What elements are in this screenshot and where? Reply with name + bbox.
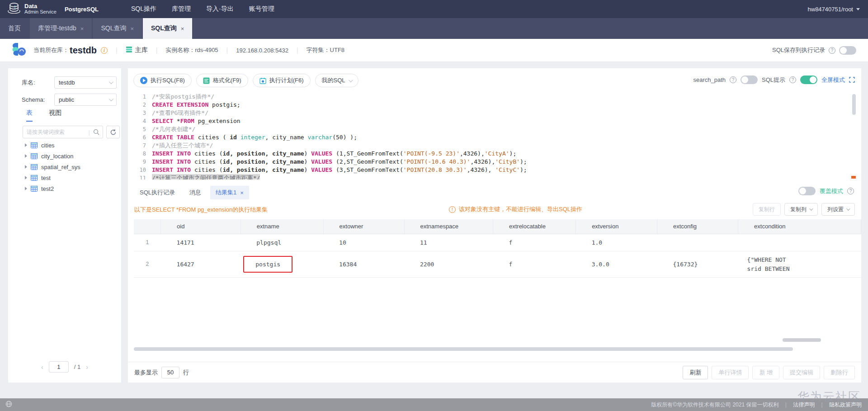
- tab-messages[interactable]: 消息: [184, 186, 207, 199]
- page-input[interactable]: [49, 361, 69, 373]
- instance-address: 192.168.0.208:5432: [236, 47, 288, 54]
- search-icon[interactable]: [93, 129, 99, 135]
- tab-sql-history[interactable]: SQL执行记录: [134, 186, 180, 199]
- overwrite-mode-toggle[interactable]: [798, 187, 816, 195]
- run-sql-button[interactable]: 执行SQL(F8): [133, 74, 192, 87]
- col-header-extowner[interactable]: extowner: [323, 219, 404, 234]
- col-header-extrelocatable[interactable]: extrelocatable: [493, 219, 576, 234]
- code-line-2: 2CREATE EXTENSION postgis;: [133, 101, 856, 109]
- tab-views[interactable]: 视图: [49, 109, 61, 122]
- table-row[interactable]: 114171plpgsql1011f1.0: [134, 234, 861, 251]
- db-info-icon[interactable]: i: [101, 47, 108, 54]
- row-action-2: 新 增: [752, 366, 779, 379]
- tree-item-test2[interactable]: test2: [8, 183, 121, 194]
- tree-item-test[interactable]: test: [8, 172, 121, 183]
- explain-plan-button[interactable]: 执行计划(F6): [253, 74, 311, 87]
- close-icon[interactable]: ×: [80, 25, 84, 32]
- table-row[interactable]: 216427postgis163842200f3.0.0{16732}{"WHE…: [134, 251, 861, 277]
- chevron-down-icon: [846, 207, 850, 210]
- tab-tables[interactable]: 表: [26, 109, 33, 122]
- search-path-toggle[interactable]: [741, 76, 758, 84]
- my-sql-dropdown[interactable]: 我的SQL: [315, 74, 359, 87]
- fullscreen-button[interactable]: 全屏模式: [821, 76, 845, 84]
- cell-scrollbar[interactable]: [783, 338, 821, 342]
- charset: 字符集：UTF8: [307, 46, 345, 54]
- sql-hint-toggle[interactable]: [800, 76, 817, 84]
- table-icon: [31, 142, 38, 148]
- schema-select[interactable]: public: [54, 94, 117, 106]
- overwrite-mode-help-icon[interactable]: ?: [847, 188, 854, 194]
- save-exec-toggle[interactable]: [839, 46, 856, 55]
- sql-hint-help-icon[interactable]: ?: [789, 76, 796, 83]
- col-header-extconfig[interactable]: extconfig: [657, 219, 738, 234]
- close-icon[interactable]: ×: [240, 189, 244, 196]
- object-browser-panel: 库名: testdb Schema: public 表 视图 |: [8, 68, 121, 383]
- account-menu[interactable]: hw84740751/root: [808, 6, 860, 13]
- nav-item-1[interactable]: 库管理: [172, 5, 191, 13]
- result-action-1[interactable]: 复制列: [784, 203, 818, 216]
- close-icon[interactable]: ×: [181, 25, 184, 32]
- workspace-tab-2[interactable]: SQL查询×: [93, 18, 142, 39]
- col-header-extnamespace[interactable]: extnamespace: [404, 219, 493, 234]
- table-search-input[interactable]: [23, 129, 89, 135]
- max-rows-input[interactable]: [161, 367, 179, 378]
- workspace-tab-3[interactable]: SQL查询×: [143, 18, 192, 39]
- watermark: 华为云社区: [797, 389, 861, 405]
- account-name: hw84740751/root: [808, 6, 853, 13]
- table-tree: citiescity_locationspatial_ref_systestte…: [8, 140, 121, 194]
- current-db-label: 当前所在库：: [33, 46, 69, 54]
- result-action-2[interactable]: 列设置: [821, 203, 855, 216]
- caret-right-icon[interactable]: [25, 165, 27, 169]
- tab-result-set[interactable]: 结果集1 ×: [210, 186, 249, 199]
- nav-item-2[interactable]: 导入·导出: [206, 5, 234, 13]
- workspace-tab-0[interactable]: 首页: [0, 18, 29, 39]
- col-header-extversion[interactable]: extversion: [576, 219, 657, 234]
- nav-item-0[interactable]: SQL操作: [131, 5, 156, 13]
- plan-icon: [259, 77, 266, 84]
- caret-right-icon[interactable]: [25, 176, 27, 180]
- rows-unit-label: 行: [183, 368, 189, 377]
- grid-horizontal-scrollbar[interactable]: [134, 347, 793, 351]
- format-icon: [203, 77, 210, 84]
- instance-name: 实例名称：rds-4905: [165, 46, 218, 54]
- search-path-help-icon[interactable]: ?: [730, 76, 736, 83]
- col-header-extcondition[interactable]: extcondition: [738, 219, 861, 234]
- search-path-label: search_path: [693, 76, 726, 83]
- page-footer: 版权所有©华为软件技术有限公司 2021 保留一切权利 ｜ 法律声明 ｜ 隐私政…: [0, 398, 868, 411]
- workspace-tab-1[interactable]: 库管理-testdb×: [30, 18, 92, 39]
- nav-item-3[interactable]: 账号管理: [249, 5, 274, 13]
- warning-icon: !: [449, 206, 456, 213]
- save-exec-help-icon[interactable]: ?: [829, 47, 835, 54]
- sql-editor[interactable]: 1/*安装postgis插件*/2CREATE EXTENSION postgi…: [133, 93, 856, 180]
- next-page-button[interactable]: ›: [86, 364, 88, 371]
- row-action-0[interactable]: 刷新: [683, 366, 708, 379]
- fullscreen-icon[interactable]: [849, 77, 855, 83]
- tree-item-spatial_ref_sys[interactable]: spatial_ref_sys: [8, 161, 121, 172]
- row-action-1: 单行详情: [712, 366, 749, 379]
- caret-right-icon[interactable]: [25, 187, 27, 190]
- globe-icon[interactable]: [5, 401, 12, 409]
- tree-item-city_location[interactable]: city_location: [8, 151, 121, 161]
- chevron-down-icon: [349, 78, 353, 82]
- tree-item-cities[interactable]: cities: [8, 140, 121, 151]
- schema-select-label: Schema:: [22, 96, 54, 103]
- caret-right-icon[interactable]: [25, 154, 27, 158]
- col-header-extname[interactable]: extname: [241, 219, 323, 234]
- result-action-0: 复制行: [753, 203, 781, 216]
- editor-vertical-scrollbar[interactable]: [852, 94, 856, 115]
- refresh-tables-button[interactable]: [106, 126, 120, 138]
- code-line-8: 8INSERT INTO cities (id, position, city_…: [133, 150, 856, 158]
- row-action-4: 删除行: [824, 366, 855, 379]
- table-icon: [31, 186, 38, 192]
- brand-subtitle: Admin Service: [24, 9, 57, 15]
- page-total: / 1: [74, 364, 80, 370]
- current-db-name: testdb: [70, 45, 97, 56]
- highlighted-cell-value: postgis: [243, 256, 292, 273]
- caret-right-icon[interactable]: [25, 143, 27, 147]
- db-select-label: 库名:: [22, 79, 54, 87]
- prev-page-button[interactable]: ‹: [41, 364, 43, 371]
- db-select[interactable]: testdb: [54, 76, 117, 89]
- format-sql-button[interactable]: 格式化(F9): [196, 74, 248, 87]
- close-icon[interactable]: ×: [130, 25, 134, 32]
- col-header-oid[interactable]: oid: [161, 219, 241, 234]
